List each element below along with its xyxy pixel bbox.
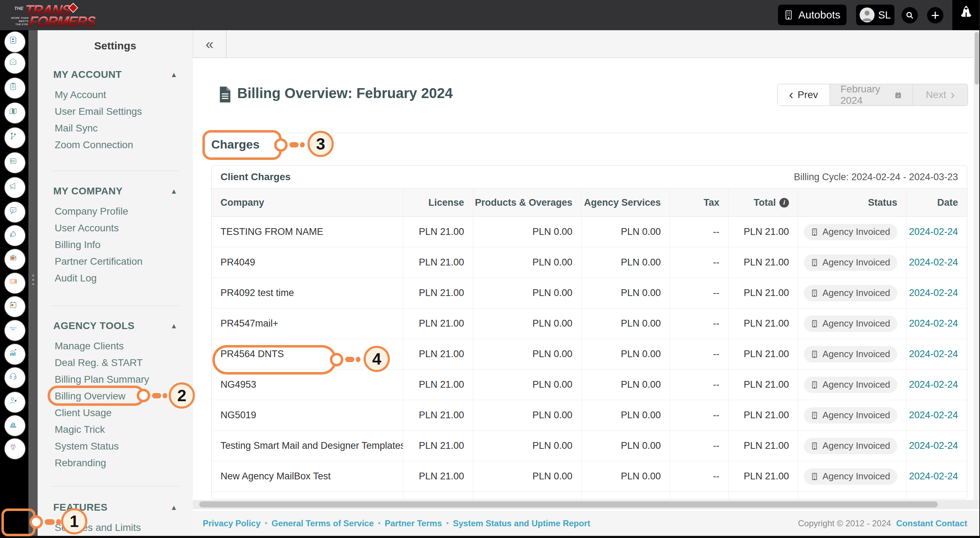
date-link[interactable]: 2024-02-24 bbox=[909, 471, 958, 482]
next-month-button[interactable]: Next › bbox=[913, 84, 967, 105]
sidebar-item-client-usage[interactable]: Client Usage bbox=[53, 404, 181, 421]
top-bar: THE TRANS FORMERS MORE THAN MEETS THE EY… bbox=[0, 0, 980, 30]
email-icon[interactable] bbox=[5, 53, 25, 73]
avatar bbox=[860, 8, 875, 22]
date-link[interactable]: 2024-02-24 bbox=[909, 349, 958, 359]
main-top-strip bbox=[193, 30, 980, 58]
building-icon bbox=[811, 473, 818, 481]
vertical-scrollbar-thumb[interactable] bbox=[975, 32, 979, 85]
col-header-date: Date bbox=[907, 189, 967, 216]
cell-license: PLN 21.00 bbox=[403, 431, 473, 461]
callout-4-dash bbox=[345, 357, 354, 362]
info-icon[interactable] bbox=[780, 198, 789, 208]
sidebar-item-user-email-settings[interactable]: User Email Settings bbox=[53, 103, 181, 120]
calendar-icon[interactable] bbox=[5, 296, 25, 317]
callout-4-box bbox=[212, 345, 337, 375]
cell-date: 2024-02-24 bbox=[907, 217, 967, 247]
cell-date: 2024-02-24 bbox=[907, 400, 967, 430]
drag-handle-icon[interactable] bbox=[29, 275, 38, 285]
add-button[interactable]: + bbox=[927, 7, 943, 24]
cell-products: PLN 0.00 bbox=[473, 278, 582, 308]
collapse-caret-icon[interactable]: ▲ bbox=[170, 187, 178, 195]
sidebar-collapse-button[interactable]: « bbox=[193, 30, 226, 58]
building-icon bbox=[811, 442, 818, 450]
date-link[interactable]: 2024-02-24 bbox=[909, 410, 958, 421]
sidebar-item-partner-certification[interactable]: Partner Certification bbox=[53, 253, 181, 270]
section-header-my-account[interactable]: MY ACCOUNT ▲ bbox=[53, 67, 181, 83]
month-picker-button[interactable]: February 2024 bbox=[829, 84, 913, 105]
sidebar-item-billing-info[interactable]: Billing Info bbox=[53, 236, 181, 253]
headset-icon[interactable] bbox=[5, 367, 25, 388]
building-icon bbox=[811, 381, 818, 389]
sidebar-resize-strip[interactable] bbox=[29, 30, 38, 538]
date-link[interactable]: 2024-02-24 bbox=[909, 379, 958, 390]
sidebar-item-company-profile[interactable]: Company Profile bbox=[53, 203, 181, 220]
date-link[interactable]: 2024-02-24 bbox=[909, 227, 958, 237]
constant-contact-link[interactable]: Constant Contact bbox=[896, 519, 967, 528]
growth-chart-icon[interactable] bbox=[5, 344, 25, 365]
megaphone-icon[interactable] bbox=[5, 177, 25, 198]
bar-chart-icon[interactable] bbox=[5, 415, 25, 436]
cell-tax: -- bbox=[670, 278, 729, 308]
collapse-caret-icon[interactable]: ▲ bbox=[170, 322, 178, 330]
callout-4-connector bbox=[330, 353, 344, 366]
footer-link-system-status[interactable]: System Status and Uptime Report bbox=[453, 519, 590, 528]
collapse-caret-icon[interactable]: ▲ bbox=[170, 71, 178, 79]
status-badge: Agency Invoiced bbox=[804, 285, 897, 301]
callout-3-dash bbox=[300, 142, 305, 147]
tv-icon[interactable] bbox=[5, 249, 25, 270]
cell-agency: PLN 0.00 bbox=[582, 217, 670, 247]
chat-smiley-icon[interactable] bbox=[5, 202, 25, 222]
callout-3-connector bbox=[274, 138, 288, 152]
plug-icon[interactable] bbox=[5, 439, 25, 459]
sidebar-item-magic-trick[interactable]: Magic Trick bbox=[53, 421, 181, 438]
map-icon[interactable] bbox=[5, 103, 25, 123]
user-star-icon[interactable] bbox=[5, 392, 25, 413]
cell-total: PLN 21.00 bbox=[729, 370, 798, 400]
sidebar-item-user-accounts[interactable]: User Accounts bbox=[53, 220, 181, 236]
branch-icon[interactable] bbox=[5, 128, 25, 148]
list-icon[interactable] bbox=[5, 152, 25, 173]
status-badge: Agency Invoiced bbox=[804, 468, 897, 485]
cell-total: PLN 21.00 bbox=[729, 431, 798, 461]
media-icon[interactable] bbox=[5, 273, 25, 294]
footer-link-general-terms[interactable]: General Terms of Service bbox=[272, 519, 374, 528]
search-button[interactable] bbox=[902, 7, 918, 24]
contacts-icon[interactable] bbox=[5, 32, 25, 52]
collapse-caret-icon[interactable]: ▲ bbox=[170, 503, 178, 512]
sidebar-item-my-account[interactable]: My Account bbox=[53, 86, 181, 103]
cell-date: 2024-02-24 bbox=[907, 247, 967, 278]
footer-link-partner-terms[interactable]: Partner Terms bbox=[385, 519, 442, 528]
sidebar-item-rebranding[interactable]: Rebranding bbox=[53, 455, 181, 471]
sidebar-item-audit-log[interactable]: Audit Log bbox=[53, 270, 181, 286]
date-link[interactable]: 2024-02-24 bbox=[909, 257, 958, 268]
sidebar-item-mail-sync[interactable]: Mail Sync bbox=[53, 120, 181, 136]
footer-link-privacy-policy[interactable]: Privacy Policy bbox=[203, 519, 261, 528]
section-header-my-company[interactable]: MY COMPANY ▲ bbox=[53, 183, 181, 200]
cell-company: PR4092 test time bbox=[212, 278, 403, 308]
sidebar-item-zoom-connection[interactable]: Zoom Connection bbox=[53, 136, 181, 153]
autobots-button[interactable]: Autobots bbox=[778, 5, 846, 25]
sidebar-item-deal-reg-start[interactable]: Deal Reg. & START bbox=[53, 354, 181, 371]
date-link[interactable]: 2024-02-24 bbox=[909, 287, 958, 299]
horizontal-scrollbar-thumb[interactable] bbox=[199, 501, 938, 508]
prev-month-button[interactable]: ‹ Prev bbox=[778, 84, 829, 105]
sidebar-item-manage-clients[interactable]: Manage Clients bbox=[53, 338, 181, 354]
date-link[interactable]: 2024-02-24 bbox=[909, 318, 958, 329]
user-menu-button[interactable]: SL bbox=[856, 5, 894, 25]
sidebar-item-billing-plan-summary[interactable]: Billing Plan Summary bbox=[53, 371, 181, 388]
clipboard-icon[interactable] bbox=[5, 78, 25, 99]
building-icon bbox=[811, 259, 818, 267]
callout-3-dash bbox=[290, 142, 299, 147]
section-header-agency-tools[interactable]: AGENCY TOOLS ▲ bbox=[53, 318, 181, 334]
callout-2-number: 2 bbox=[169, 382, 195, 409]
date-link[interactable]: 2024-02-24 bbox=[909, 440, 958, 451]
table-row: PR4092 test time PLN 21.00 PLN 0.00 PLN … bbox=[212, 278, 967, 308]
collapse-icon: « bbox=[205, 36, 213, 52]
rocket-button[interactable] bbox=[952, 0, 980, 30]
copyright: Copyright © 2012 - 2024 Constant Contact bbox=[798, 519, 967, 528]
cell-company: TESTING FROM NAME bbox=[212, 217, 403, 247]
sidebar-item-system-status[interactable]: System Status bbox=[53, 438, 181, 455]
thumbs-up-icon[interactable] bbox=[5, 225, 25, 246]
handshake-icon[interactable] bbox=[5, 320, 25, 341]
